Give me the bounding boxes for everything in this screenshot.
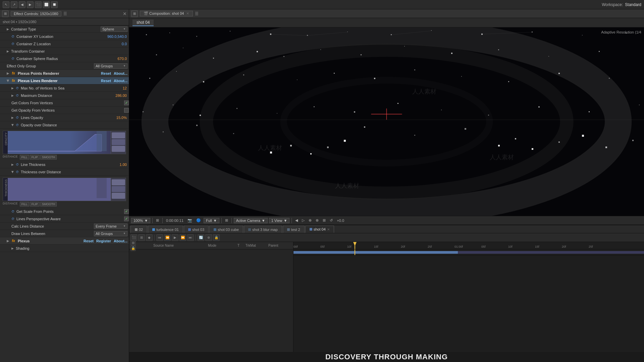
tl-tool-4[interactable]: ⏮ (156, 234, 163, 241)
toolbar-btn-7[interactable]: 🔲 (51, 1, 58, 8)
tl-tab-02[interactable]: 02 (130, 226, 147, 233)
tl-tool-3[interactable]: ◆ (146, 234, 153, 241)
toolbar-btn-1[interactable]: ↖ (3, 1, 9, 8)
get-scale-stopwatch[interactable]: ⏱ (11, 210, 14, 213)
max-distance-arrow[interactable]: ▶ (11, 94, 14, 97)
tl-tab-shot3blur[interactable]: shot 3 blur map (244, 226, 282, 233)
tl-tool-9[interactable]: 🔄 (198, 234, 204, 241)
vc-btn-7[interactable]: ↺ (328, 218, 334, 223)
draw-lines-dropdown[interactable]: All Groups ▼ (94, 231, 127, 236)
max-vertices-stopwatch[interactable]: ⏱ (16, 86, 19, 90)
toolbar-btn-2[interactable]: ↗ (11, 1, 17, 8)
vc-btn-5[interactable]: ⊗ (314, 218, 320, 223)
shading-arrow[interactable]: ▶ (11, 247, 14, 250)
sphere-radius-stopwatch[interactable]: ⏱ (11, 57, 14, 60)
tl-tool-7[interactable]: ⏩ (179, 234, 186, 241)
plexus-main-reset-btn[interactable]: Reset (84, 239, 94, 243)
fit-icon[interactable]: ⊞ (155, 218, 160, 223)
plexus-register-btn[interactable]: Register (96, 239, 111, 243)
vc-grid-btn[interactable]: ⊞ (224, 218, 229, 223)
thickness-fill-btn[interactable]: FILL (20, 202, 29, 206)
lines-perspective-stopwatch[interactable]: ⏱ (11, 217, 14, 221)
tl-tool-11[interactable]: 🔒 (213, 234, 220, 241)
plexus-main-about-btn[interactable]: About... (114, 239, 127, 243)
sphere-radius-value[interactable]: 670.0 (117, 57, 127, 61)
zoom-dropdown[interactable]: 100% ▼ (131, 218, 150, 223)
vc-btn-6[interactable]: ⊞ (321, 218, 327, 223)
thickness-graph-main[interactable] (8, 178, 111, 201)
active-camera-dropdown[interactable]: Active Camera ▼ (234, 218, 268, 223)
max-distance-stopwatch[interactable]: ⏱ (16, 94, 19, 97)
viewport[interactable]: 人人素材 人人素材 人人素材 人人素材 Adaptive Resolution … (129, 27, 644, 216)
toolbar-btn-6[interactable]: ⬜ (43, 1, 50, 8)
camera-icon[interactable]: 📷 (186, 218, 194, 223)
vc-btn-4[interactable]: ⊕ (307, 218, 313, 223)
vc-btn-2[interactable]: ◀ (294, 218, 299, 223)
max-vertices-value[interactable]: 12 (123, 86, 127, 90)
effect-only-group-dropdown[interactable]: All Groups ▼ (94, 63, 127, 69)
thickness-flip-btn[interactable]: FLIP (30, 202, 40, 206)
vc-btn-3[interactable]: ▷ (301, 218, 306, 223)
composition-tab[interactable]: 🎬 Composition: shot 04 ✕ (140, 11, 193, 16)
thickness-over-distance-stopwatch[interactable]: ⏱ (16, 170, 19, 174)
get-scale-checkbox[interactable]: ✓ (124, 209, 129, 214)
tl-tab-shot03[interactable]: shot 03 (184, 226, 209, 233)
tl-tab-turbulence[interactable]: turbulence 01 (148, 226, 183, 233)
tl-tool-1[interactable]: ⬛ (130, 234, 137, 241)
comp-view-label[interactable]: shot 04 (132, 19, 154, 26)
plexus-points-about-btn[interactable]: About... (114, 71, 127, 75)
toolbar-btn-3[interactable]: ◀ (19, 1, 25, 8)
container-type-arrow[interactable]: ▶ (7, 27, 9, 31)
plexus-lines-arrow[interactable]: ▶ (6, 79, 10, 82)
graph-flip-btn[interactable]: FLIP (30, 155, 40, 160)
thickness-smooth-btn[interactable]: SMOOTH (40, 202, 57, 206)
max-vertices-arrow[interactable]: ▶ (11, 86, 14, 90)
comp-tab-close[interactable]: ✕ (186, 11, 189, 15)
container-z-value[interactable]: 0.0 (122, 42, 127, 46)
line-thickness-arrow[interactable]: ▶ (11, 163, 14, 166)
container-z-stopwatch[interactable]: ⏱ (11, 42, 14, 46)
toolbar-btn-5[interactable]: ⬛ (35, 1, 42, 8)
opacity-graph[interactable]: OPACITY (3, 131, 126, 154)
tl-tab-test2[interactable]: test 2 (283, 226, 305, 233)
panel-menu-btn[interactable]: ☰ (63, 11, 67, 16)
container-xy-value[interactable]: 960.0,540.0 (107, 35, 127, 39)
comp-icon[interactable]: ⊞ (131, 10, 138, 17)
plexus-lines-reset-btn[interactable]: Reset (101, 79, 111, 83)
graph-smooth-btn[interactable]: SMOOTH (40, 155, 57, 160)
line-thickness-stopwatch[interactable]: ⏱ (16, 163, 19, 166)
container-type-dropdown[interactable]: Sphere ▼ (101, 26, 127, 32)
tl-tool-8[interactable]: ⏭ (187, 234, 194, 241)
calc-lines-dropdown[interactable]: Every Frame ▼ (94, 224, 127, 229)
max-distance-value[interactable]: 286.00 (115, 94, 127, 98)
quality-dropdown[interactable]: Full ▼ (204, 218, 219, 223)
tl-tool-10[interactable]: ⊕ (205, 234, 212, 241)
transform-container-arrow[interactable]: ▶ (7, 50, 9, 53)
lines-perspective-checkbox[interactable]: ✓ (124, 217, 129, 221)
thickness-graph[interactable]: THICKNESS (3, 178, 126, 201)
tl-tool-2[interactable]: ⊞ (138, 234, 145, 241)
plexus-points-arrow[interactable]: ▶ (7, 72, 9, 75)
tl-tab-shot03cube[interactable]: shot 03 cube (209, 226, 243, 233)
lines-opacity-value[interactable]: 15.0% (116, 116, 127, 120)
tl-tool-5[interactable]: ⏪ (164, 234, 171, 241)
line-thickness-value[interactable]: 1.00 (120, 163, 127, 167)
lines-opacity-stopwatch[interactable]: ⏱ (16, 116, 19, 119)
lines-opacity-arrow[interactable]: ▶ (11, 116, 14, 119)
comp-menu-btn[interactable]: ☰ (195, 11, 199, 16)
toolbar-btn-4[interactable]: ▶ (27, 1, 34, 8)
graph-fill-btn[interactable]: FILL (20, 155, 29, 160)
plexus-points-reset-btn[interactable]: Reset (101, 71, 111, 75)
opacity-over-distance-arrow[interactable]: ▶ (11, 124, 14, 126)
graph-main-area[interactable] (8, 131, 111, 154)
plexus-lines-about-btn[interactable]: About... (114, 79, 127, 83)
tab-close-shot04[interactable]: ✕ (327, 228, 330, 231)
tl-icons-header[interactable]: ⊞ (130, 240, 136, 246)
tl-tab-shot04[interactable]: shot 04 ✕ (305, 226, 334, 233)
container-xy-stopwatch[interactable]: ⏱ (11, 35, 14, 38)
get-colors-checkbox[interactable]: ✓ (124, 101, 129, 105)
plexus-main-arrow[interactable]: ▶ (7, 239, 9, 243)
thickness-over-distance-arrow[interactable]: ▶ (11, 171, 14, 173)
vc-btn-1[interactable]: 🔵 (195, 218, 202, 223)
panel-icon[interactable]: ⊞ (2, 10, 9, 17)
